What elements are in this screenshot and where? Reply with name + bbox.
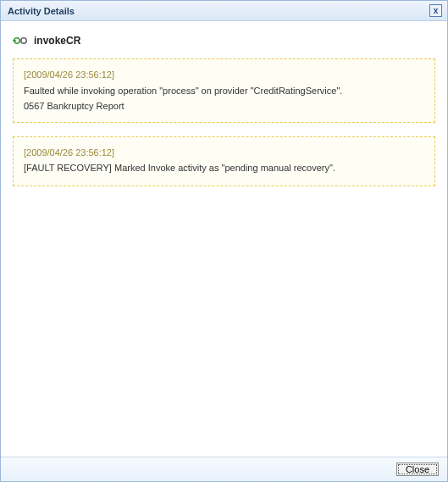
- log-message: [FAULT RECOVERY] Marked Invoke activity …: [24, 161, 424, 175]
- invoke-icon: [13, 35, 30, 47]
- close-button[interactable]: Close: [396, 463, 439, 476]
- dialog-content: invokeCR [2009/04/26 23:56:12] Faulted w…: [1, 21, 447, 457]
- close-icon-glyph: x: [434, 6, 439, 15]
- log-timestamp: [2009/04/26 23:56:12]: [24, 146, 424, 160]
- titlebar: Activity Details x: [1, 1, 447, 21]
- close-icon[interactable]: x: [429, 4, 442, 17]
- svg-point-1: [21, 38, 26, 43]
- activity-name: invokeCR: [34, 35, 80, 47]
- dialog-footer: Close: [1, 457, 447, 481]
- log-entry: [2009/04/26 23:56:12] Faulted while invo…: [13, 58, 435, 123]
- log-message: Faulted while invoking operation "proces…: [24, 84, 424, 98]
- dialog-title: Activity Details: [8, 6, 75, 16]
- svg-marker-3: [14, 39, 17, 42]
- activity-header: invokeCR: [13, 35, 435, 47]
- log-entry: [2009/04/26 23:56:12] [FAULT RECOVERY] M…: [13, 136, 435, 186]
- log-detail: 0567 Bankruptcy Report: [24, 99, 424, 114]
- log-timestamp: [2009/04/26 23:56:12]: [24, 68, 424, 82]
- activity-details-dialog: Activity Details x invokeCR [2009/04/26 …: [0, 0, 448, 482]
